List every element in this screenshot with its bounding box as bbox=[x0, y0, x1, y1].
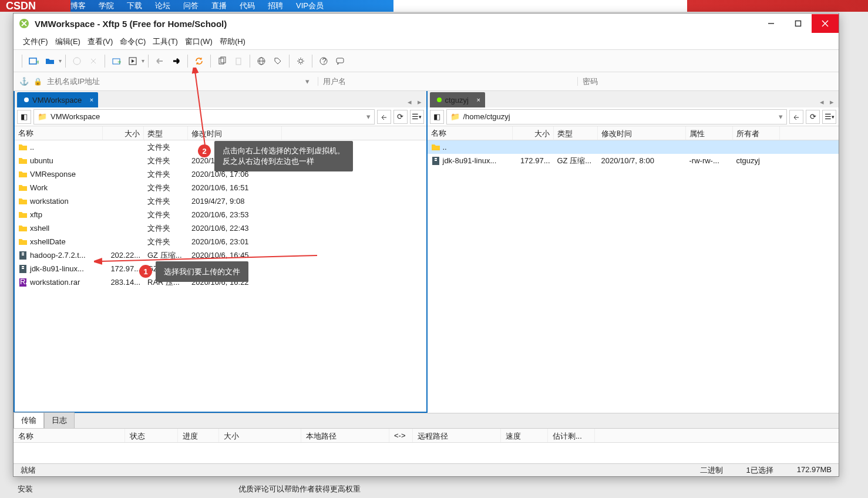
connect-icon[interactable] bbox=[69, 53, 85, 69]
globe-icon[interactable] bbox=[254, 53, 269, 69]
close-tab-icon[interactable]: × bbox=[477, 96, 480, 103]
file-row[interactable]: jdk-8u91-linux... 172.97...GZ 压缩...2020/… bbox=[428, 154, 839, 167]
close-button[interactable] bbox=[812, 14, 839, 33]
up-dir-icon[interactable] bbox=[789, 110, 803, 124]
svg-text:RAR: RAR bbox=[20, 278, 28, 286]
pane-layout-icon[interactable]: ◧ bbox=[17, 110, 31, 124]
menu-view[interactable]: 查看(V) bbox=[88, 36, 113, 47]
local-path-input[interactable]: 📁VMWorkspace▾ bbox=[33, 109, 375, 124]
new-folder-icon[interactable]: + bbox=[109, 53, 124, 69]
menubar: 文件(F) 编辑(E) 查看(V) 命令(C) 工具(T) 窗口(W) 帮助(H… bbox=[14, 33, 839, 50]
tab-prev-icon[interactable]: ◂ bbox=[817, 96, 826, 107]
remote-pane: ctguzyj× ◂▸ ◧ 📁/home/ctguzyj▾ ⟳ ☰▾ 名称大小类… bbox=[428, 91, 839, 413]
file-row[interactable]: VMResponse 文件夹2020/10/6, 17:06 bbox=[15, 167, 426, 181]
up-dir-icon[interactable] bbox=[377, 110, 391, 124]
file-row[interactable]: hadoop-2.7.2.t... 202.22...GZ 压缩...2020/… bbox=[15, 248, 426, 262]
file-row[interactable]: Work 文件夹2020/10/6, 16:51 bbox=[15, 181, 426, 194]
file-row[interactable]: .. 文件夹 bbox=[15, 140, 426, 154]
file-row[interactable]: ubuntu 文件夹2020/10/6, 17:06 bbox=[15, 154, 426, 167]
file-row[interactable]: xshell 文件夹2020/10/6, 22:43 bbox=[15, 221, 426, 235]
menu-help[interactable]: 帮助(H) bbox=[220, 36, 245, 47]
app-icon bbox=[18, 18, 30, 29]
svg-rect-23 bbox=[22, 254, 24, 255]
titlebar: VMWorkspace - Xftp 5 (Free for Home/Scho… bbox=[14, 14, 839, 33]
file-row[interactable]: workstation 文件夹2019/4/27, 9:08 bbox=[15, 194, 426, 208]
svg-rect-13 bbox=[236, 58, 241, 65]
svg-rect-22 bbox=[22, 253, 24, 254]
menu-file[interactable]: 文件(F) bbox=[23, 36, 48, 47]
folder-icon: 📁 bbox=[38, 112, 47, 121]
password-input[interactable] bbox=[577, 77, 833, 86]
svg-rect-2 bbox=[796, 21, 801, 26]
tab-prev-icon[interactable]: ◂ bbox=[405, 96, 414, 107]
status-size: 172.97MB bbox=[797, 465, 832, 476]
file-row[interactable]: xftp 文件夹2020/10/6, 23:53 bbox=[15, 208, 426, 221]
tab-log[interactable]: 日志 bbox=[44, 412, 75, 428]
window-title: VMWorkspace - Xftp 5 (Free for Home/Scho… bbox=[35, 19, 227, 29]
arrow-right-icon[interactable] bbox=[169, 53, 184, 69]
app-window: VMWorkspace - Xftp 5 (Free for Home/Scho… bbox=[13, 13, 839, 477]
svg-point-17 bbox=[299, 59, 302, 63]
menu-command[interactable]: 命令(C) bbox=[120, 36, 146, 47]
remote-path-input[interactable]: 📁/home/ctguzyj▾ bbox=[446, 109, 788, 124]
tab-next-icon[interactable]: ▸ bbox=[827, 96, 836, 107]
chat-icon[interactable] bbox=[332, 53, 348, 69]
new-tab-icon[interactable]: + bbox=[26, 53, 41, 69]
minimize-button[interactable] bbox=[758, 14, 785, 33]
local-tab[interactable]: VMWorkspace× bbox=[17, 92, 98, 107]
local-columns[interactable]: 名称大小类型修改时间 bbox=[15, 126, 426, 140]
svg-point-7 bbox=[73, 58, 80, 65]
status-text: 就绪 bbox=[21, 465, 36, 476]
svg-text:?: ? bbox=[322, 56, 327, 65]
tag-icon[interactable] bbox=[270, 53, 285, 69]
file-row[interactable]: .. bbox=[428, 140, 839, 154]
arrow-left-icon[interactable] bbox=[152, 53, 167, 69]
menu-tools[interactable]: 工具(T) bbox=[153, 36, 178, 47]
svg-rect-26 bbox=[22, 268, 24, 269]
view-icon[interactable]: ☰▾ bbox=[410, 110, 424, 124]
menu-window[interactable]: 窗口(W) bbox=[185, 36, 213, 47]
transfer-panel: 名称状态进度大小本地路径<->远程路径速度估计剩... bbox=[14, 428, 839, 463]
menu-edit[interactable]: 编辑(E) bbox=[55, 36, 80, 47]
svg-rect-25 bbox=[22, 266, 24, 267]
file-row[interactable]: RARworkstation.rar 283.14...RAR 压...2020… bbox=[15, 275, 426, 289]
remote-columns[interactable]: 名称大小类型修改时间属性所有者 bbox=[428, 126, 839, 140]
disconnect-icon[interactable] bbox=[86, 53, 101, 69]
svg-text:+: + bbox=[117, 58, 121, 66]
file-row[interactable]: jdk-8u91-linux... 172.97...GZ 压缩...2020/… bbox=[15, 262, 426, 275]
anchor-icon: ⚓ bbox=[19, 77, 29, 86]
username-input[interactable] bbox=[318, 77, 573, 86]
svg-rect-30 bbox=[435, 158, 437, 159]
toolbar: + ▾ + ▾ ? bbox=[14, 50, 839, 72]
local-file-list[interactable]: .. 文件夹 ubuntu 文件夹2020/10/6, 17:06 VMResp… bbox=[15, 140, 426, 412]
maximize-button[interactable] bbox=[785, 14, 812, 33]
lock-icon: 🔒 bbox=[33, 78, 42, 86]
folder-icon: 📁 bbox=[450, 112, 460, 121]
remote-tab[interactable]: ctguzyj× bbox=[430, 92, 485, 107]
tab-transfer[interactable]: 传输 bbox=[14, 412, 44, 428]
copy-icon[interactable] bbox=[214, 53, 230, 69]
local-pane: VMWorkspace× ◂▸ ◧ 📁VMWorkspace▾ ⟳ ☰▾ 名称大… bbox=[14, 91, 428, 413]
svg-rect-31 bbox=[435, 160, 437, 161]
tab-next-icon[interactable]: ▸ bbox=[415, 96, 424, 107]
help-icon[interactable]: ? bbox=[316, 53, 331, 69]
remote-file-list[interactable]: .. jdk-8u91-linux... 172.97...GZ 压缩...20… bbox=[428, 140, 839, 413]
pane-layout-icon[interactable]: ◧ bbox=[430, 110, 444, 124]
svg-text:+: + bbox=[36, 58, 39, 66]
status-mode: 二进制 bbox=[700, 465, 723, 476]
close-tab-icon[interactable]: × bbox=[90, 96, 93, 103]
svg-rect-20 bbox=[337, 58, 344, 63]
play-icon[interactable] bbox=[125, 53, 140, 69]
refresh-icon[interactable]: ⟳ bbox=[393, 110, 408, 124]
status-selected: 1已选择 bbox=[746, 465, 773, 476]
host-input[interactable] bbox=[47, 77, 297, 86]
address-row: ⚓ 🔒 ▾ bbox=[14, 72, 839, 91]
open-icon[interactable] bbox=[42, 53, 58, 69]
gear-icon[interactable] bbox=[293, 53, 308, 69]
view-icon[interactable]: ☰▾ bbox=[822, 110, 836, 124]
file-row[interactable]: xshellDate 文件夹2020/10/6, 23:01 bbox=[15, 235, 426, 248]
paste-icon[interactable] bbox=[231, 53, 246, 69]
sync-icon[interactable] bbox=[191, 53, 207, 69]
host-dropdown-icon[interactable]: ▾ bbox=[302, 77, 313, 86]
refresh-icon[interactable]: ⟳ bbox=[806, 110, 820, 124]
